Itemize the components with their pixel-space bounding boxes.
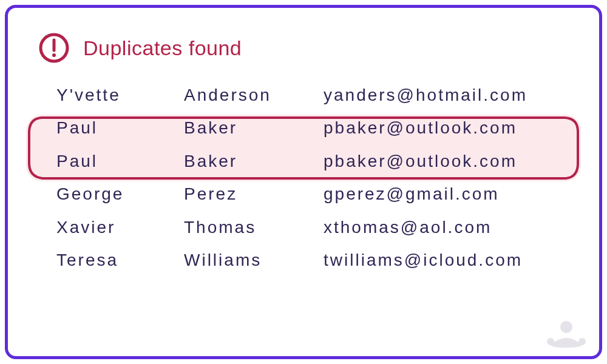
svg-point-3 [560, 321, 572, 333]
cell-last: Thomas [184, 217, 317, 238]
cell-first: George [56, 183, 178, 205]
contacts-table: Y'vette Anderson yanders@hotmail.com Pau… [56, 84, 551, 271]
cell-last: Anderson [184, 84, 317, 106]
cell-first: Paul [56, 117, 178, 139]
cell-first: Xavier [56, 217, 178, 238]
alert-icon [38, 32, 70, 64]
cell-email: twilliams@icloud.com [324, 249, 551, 271]
table-wrap: Y'vette Anderson yanders@hotmail.com Pau… [38, 84, 569, 271]
svg-point-2 [52, 53, 56, 57]
cell-email: pbaker@outlook.com [324, 117, 551, 139]
cell-last: Baker [184, 117, 317, 139]
cell-first: Teresa [56, 249, 178, 271]
svg-point-5 [578, 338, 586, 345]
cell-last: Baker [184, 150, 317, 172]
app-logo-icon [547, 316, 586, 348]
cell-email: xthomas@aol.com [324, 217, 551, 238]
svg-point-4 [547, 338, 554, 345]
alert-title: Duplicates found [83, 36, 242, 60]
cell-last: Williams [184, 249, 317, 271]
cell-last: Perez [184, 183, 317, 205]
cell-email: yanders@hotmail.com [324, 84, 551, 106]
alert-header: Duplicates found [38, 32, 569, 64]
cell-email: pbaker@outlook.com [324, 150, 551, 172]
card-container: Duplicates found Y'vette Anderson yander… [5, 5, 602, 359]
cell-first: Paul [56, 150, 178, 172]
cell-first: Y'vette [56, 84, 178, 106]
cell-email: gperez@gmail.com [324, 183, 551, 205]
